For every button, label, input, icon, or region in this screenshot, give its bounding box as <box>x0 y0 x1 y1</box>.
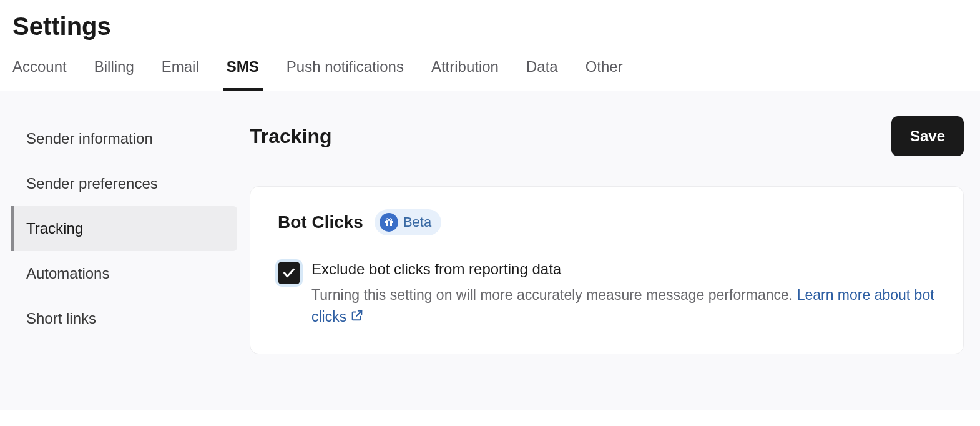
tab-billing[interactable]: Billing <box>94 58 134 91</box>
sidebar: Sender information Sender preferences Tr… <box>0 116 250 410</box>
tabs-nav: Account Billing Email SMS Push notificat… <box>12 58 968 91</box>
exclude-bot-clicks-checkbox[interactable] <box>278 262 300 284</box>
main-content: Tracking Save Bot Clicks B <box>250 116 980 410</box>
tab-email[interactable]: Email <box>162 58 199 91</box>
sidebar-item-sender-information[interactable]: Sender information <box>11 116 237 161</box>
sidebar-item-sender-preferences[interactable]: Sender preferences <box>11 161 237 206</box>
gift-icon <box>380 213 398 232</box>
svg-point-4 <box>389 219 391 221</box>
sidebar-item-automations[interactable]: Automations <box>11 251 237 296</box>
sidebar-item-tracking[interactable]: Tracking <box>11 206 237 251</box>
tab-attribution[interactable]: Attribution <box>431 58 499 91</box>
tab-push-notifications[interactable]: Push notifications <box>287 58 404 91</box>
tab-account[interactable]: Account <box>12 58 67 91</box>
card-title: Bot Clicks <box>278 212 363 232</box>
page-title: Settings <box>12 12 968 41</box>
external-link-icon <box>350 307 364 329</box>
setting-description: Turning this setting on will more accura… <box>311 284 936 329</box>
svg-point-3 <box>386 219 388 221</box>
tab-other[interactable]: Other <box>586 58 623 91</box>
svg-rect-2 <box>388 221 390 226</box>
save-button[interactable]: Save <box>891 116 964 156</box>
sidebar-item-short-links[interactable]: Short links <box>11 296 237 341</box>
tab-data[interactable]: Data <box>526 58 558 91</box>
setting-label: Exclude bot clicks from reporting data <box>311 260 936 278</box>
tab-sms[interactable]: SMS <box>227 58 259 91</box>
bot-clicks-card: Bot Clicks Beta <box>250 186 964 354</box>
section-title: Tracking <box>250 125 332 148</box>
beta-badge: Beta <box>375 209 441 235</box>
check-icon <box>282 266 296 280</box>
beta-badge-label: Beta <box>403 214 431 230</box>
